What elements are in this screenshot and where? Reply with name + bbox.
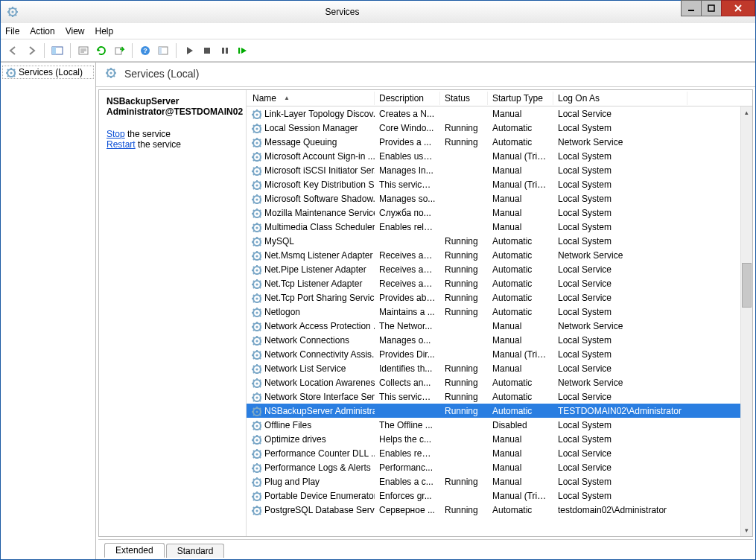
start-service-button[interactable]: [181, 42, 197, 59]
service-startup: Manual: [488, 207, 553, 219]
service-description: Collects an...: [375, 377, 440, 389]
service-status: [440, 212, 488, 214]
table-row[interactable]: Microsoft Software Shadow...Manages so..…: [247, 191, 752, 206]
tab-extended[interactable]: Extended: [104, 543, 165, 558]
table-row[interactable]: Link-Layer Topology Discov...Creates a N…: [247, 106, 752, 121]
table-row[interactable]: Optimize drivesHelps the c...ManualLocal…: [247, 432, 752, 446]
tree-item-services-local[interactable]: Services (Local): [2, 66, 94, 79]
back-button[interactable]: [5, 42, 22, 59]
service-description: Enables rem...: [375, 448, 440, 459]
service-status: Running: [440, 292, 488, 304]
restart-service-button[interactable]: [235, 42, 251, 59]
service-startup: Automatic: [488, 306, 553, 318]
console-tree[interactable]: Services (Local): [1, 63, 96, 559]
panel-header: Services (Local): [96, 63, 755, 87]
table-row[interactable]: NetlogonMaintains a ...RunningAutomaticL…: [247, 305, 752, 319]
service-status: Running: [440, 377, 488, 389]
table-row[interactable]: Network Access Protection ...The Networ.…: [247, 319, 752, 333]
scroll-down-icon[interactable]: ▾: [741, 524, 752, 536]
service-name: Network Access Protection ...: [264, 321, 375, 331]
table-row[interactable]: MySQLRunningAutomaticLocal System: [247, 234, 752, 248]
scroll-thumb[interactable]: [742, 263, 752, 308]
minimize-button[interactable]: [681, 0, 702, 16]
close-button[interactable]: [721, 0, 755, 16]
table-row[interactable]: Performance Logs & AlertsPerformanc...Ma…: [247, 460, 752, 474]
table-row[interactable]: Network Location AwarenessCollects an...…: [247, 375, 752, 389]
table-row[interactable]: Plug and PlayEnables a c...RunningManual…: [247, 474, 752, 489]
service-startup: Automatic: [488, 122, 553, 134]
services-grid[interactable]: Name▲ Description Status Startup Type Lo…: [247, 90, 752, 536]
service-name: Plug and Play: [264, 477, 320, 487]
tab-strip: Extended Standard: [98, 539, 753, 557]
services-window: Services File Action View Help ?: [0, 0, 756, 560]
service-name: Mozilla Maintenance Service: [264, 208, 375, 218]
col-startup[interactable]: Startup Type: [488, 92, 553, 105]
table-row[interactable]: Net.Tcp Port Sharing ServiceProvides abi…: [247, 290, 752, 305]
menu-view[interactable]: View: [66, 26, 85, 36]
service-logon: Local System: [553, 419, 687, 431]
table-row[interactable]: Net.Pipe Listener AdapterReceives act...…: [247, 262, 752, 276]
show-hide-tree-button[interactable]: [49, 42, 66, 59]
table-row[interactable]: Local Session ManagerCore Windo...Runnin…: [247, 121, 752, 135]
service-name: Network Connectivity Assis...: [264, 349, 375, 360]
table-row[interactable]: Microsoft iSCSI Initiator Ser...Manages …: [247, 163, 752, 177]
table-row[interactable]: Portable Device Enumerator...Enforces gr…: [247, 489, 752, 503]
grid-body[interactable]: Link-Layer Topology Discov...Creates a N…: [247, 106, 752, 536]
service-name: Microsoft Key Distribution S...: [264, 179, 375, 190]
service-description: The Offline ...: [375, 419, 440, 431]
service-status: Running: [440, 363, 488, 375]
service-logon: Local System: [553, 476, 687, 488]
table-row[interactable]: NSBackupServer Administra...RunningAutom…: [247, 404, 752, 418]
service-description: Helps the c...: [375, 433, 440, 445]
table-row[interactable]: Offline FilesThe Offline ...DisabledLoca…: [247, 418, 752, 432]
table-row[interactable]: Microsoft Key Distribution S...This serv…: [247, 177, 752, 191]
scroll-up-icon[interactable]: ▴: [741, 106, 752, 118]
service-description: The Networ...: [375, 320, 440, 332]
properties-button[interactable]: [75, 42, 92, 59]
svg-rect-28: [238, 48, 240, 54]
restart-link[interactable]: Restart: [107, 139, 136, 150]
tab-standard[interactable]: Standard: [166, 544, 225, 558]
sort-asc-icon: ▲: [284, 95, 290, 101]
refresh-button[interactable]: [93, 42, 109, 59]
service-logon: Local Service: [553, 264, 687, 276]
table-row[interactable]: Multimedia Class SchedulerEnables rela..…: [247, 220, 752, 234]
service-name: PostgreSQL Database Server...: [264, 505, 375, 515]
maximize-button[interactable]: [701, 0, 722, 16]
stop-link[interactable]: Stop: [107, 129, 125, 139]
table-row[interactable]: Message QueuingProvides a ...RunningAuto…: [247, 135, 752, 149]
table-row[interactable]: Performance Counter DLL ...Enables rem..…: [247, 446, 752, 460]
table-row[interactable]: Network Store Interface Ser...This servi…: [247, 389, 752, 404]
pause-service-button[interactable]: [217, 42, 233, 59]
service-startup: Automatic: [488, 504, 553, 516]
col-description[interactable]: Description: [375, 92, 440, 105]
grid-header[interactable]: Name▲ Description Status Startup Type Lo…: [247, 90, 752, 106]
service-name: Portable Device Enumerator...: [264, 491, 375, 501]
forward-button[interactable]: [23, 42, 39, 59]
service-description: Provides abi...: [375, 292, 440, 304]
menu-file[interactable]: File: [5, 26, 19, 36]
table-row[interactable]: Network ConnectionsManages o...ManualLoc…: [247, 333, 752, 347]
col-status[interactable]: Status: [440, 92, 488, 105]
table-row[interactable]: Net.Msmq Listener AdapterReceives act...…: [247, 248, 752, 262]
menu-help[interactable]: Help: [95, 26, 114, 36]
export-button[interactable]: [111, 42, 127, 59]
menu-action[interactable]: Action: [30, 26, 54, 36]
help-topics-button[interactable]: [155, 42, 171, 59]
table-row[interactable]: Network List ServiceIdentifies th...Runn…: [247, 361, 752, 375]
col-name[interactable]: Name▲: [247, 92, 375, 105]
service-startup: Automatic: [488, 249, 553, 261]
help-button[interactable]: ?: [137, 42, 153, 59]
service-description: Creates a N...: [375, 108, 440, 120]
stop-service-button[interactable]: [199, 42, 215, 59]
service-startup: Automatic: [488, 235, 553, 247]
scrollbar[interactable]: ▴ ▾: [740, 106, 752, 536]
table-row[interactable]: Network Connectivity Assis...Provides Di…: [247, 347, 752, 361]
service-logon: Local Service: [553, 391, 687, 403]
service-logon: Local Service: [553, 462, 687, 474]
col-logon[interactable]: Log On As: [553, 92, 687, 105]
table-row[interactable]: Net.Tcp Listener AdapterReceives act...R…: [247, 276, 752, 290]
table-row[interactable]: Mozilla Maintenance ServiceСлужба по...M…: [247, 206, 752, 220]
table-row[interactable]: Microsoft Account Sign-in ...Enables use…: [247, 149, 752, 163]
table-row[interactable]: PostgreSQL Database Server...Серверное .…: [247, 503, 752, 517]
